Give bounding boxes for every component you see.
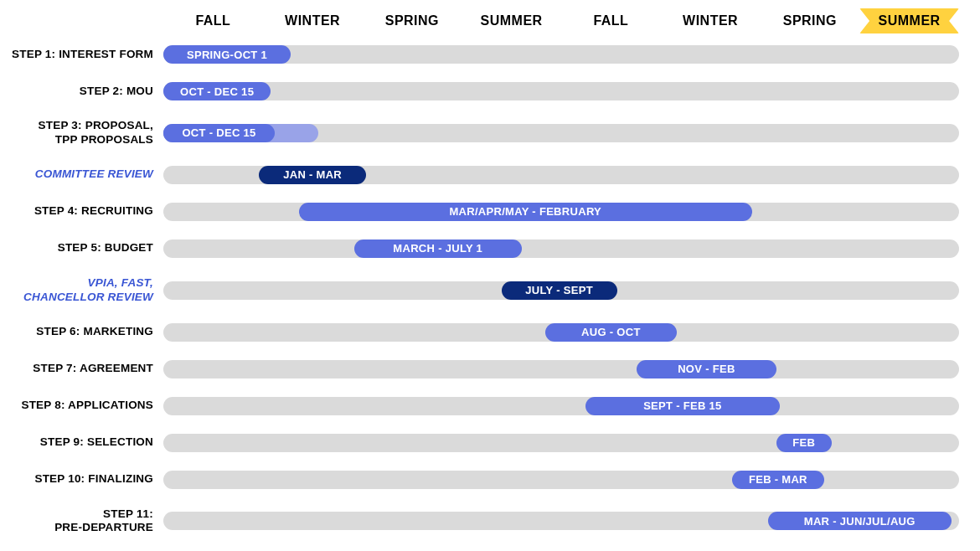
row-track: FEB [163,434,959,452]
timeline-bar: FEB [776,434,833,452]
row-label: STEP 8: APPLICATIONS [8,399,163,413]
timeline-bar: JAN - MAR [259,166,366,184]
row-track: AUG - OCT [163,323,959,342]
timeline-bar: MAR/APR/MAY - FEBRUARY [299,203,753,221]
timeline-row: STEP 3: PROPOSAL,TPP PROPOSALSOCT - DEC … [8,119,959,147]
row-track: MAR - JUN/JUL/AUG [163,512,959,530]
timeline-row: VPIA, FAST,CHANCELLOR REVIEWJULY - SEPT [8,276,959,305]
timeline-row: STEP 2: MOUOCT - DEC 15 [8,82,959,100]
row-label: STEP 4: RECRUITING [8,204,163,219]
timeline-bar: MAR - JUN/JUL/AUG [768,512,952,530]
row-label: STEP 7: AGREEMENT [8,362,163,376]
row-track: MAR/APR/MAY - FEBRUARY [163,203,959,221]
timeline-bar: SPRING-OCT 1 [163,45,291,64]
season-label: FALL [561,8,661,33]
row-label: STEP 11:PRE-DEPARTURE [8,507,163,536]
timeline-bar: NOV - FEB [637,360,776,378]
row-track: SPRING-OCT 1 [163,45,959,64]
season-label: SUMMER [462,8,561,33]
row-label: STEP 3: PROPOSAL,TPP PROPOSALS [8,119,163,147]
season-label: WINTER [263,8,363,33]
timeline-row: COMMITTEE REVIEWJAN - MAR [8,166,959,184]
timeline-row: STEP 11:PRE-DEPARTUREMAR - JUN/JUL/AUG [8,507,959,536]
row-track: FEB - MAR [163,471,959,489]
row-label: VPIA, FAST,CHANCELLOR REVIEW [8,276,163,305]
row-track: JULY - SEPT [163,281,959,300]
row-track: OCT - DEC 15 [163,82,959,100]
timeline-row: STEP 10: FINALIZINGFEB - MAR [8,471,959,489]
row-label: STEP 5: BUDGET [8,241,163,255]
timeline-bar: SEPT - FEB 15 [585,397,781,415]
timeline-row: STEP 4: RECRUITINGMAR/APR/MAY - FEBRUARY [8,203,959,221]
timeline-bar: MARCH - JULY 1 [354,239,522,258]
season-label: WINTER [661,8,761,33]
timeline-bar: AUG - OCT [545,323,677,342]
row-label: STEP 6: MARKETING [8,325,163,339]
season-label: SUMMER [859,8,959,33]
timeline-row: STEP 1: INTEREST FORMSPRING-OCT 1 [8,45,959,64]
row-track: NOV - FEB [163,360,959,378]
row-label: STEP 10: FINALIZING [8,472,163,487]
timeline-bar: OCT - DEC 15 [163,82,271,100]
row-label: STEP 9: SELECTION [8,435,163,450]
season-label: SPRING [761,8,860,33]
timeline-row: STEP 8: APPLICATIONSSEPT - FEB 15 [8,397,959,415]
season-label: FALL [163,8,263,33]
timeline-row: STEP 5: BUDGETMARCH - JULY 1 [8,239,959,258]
timeline-row: STEP 6: MARKETINGAUG - OCT [8,323,959,342]
timeline-row: STEP 7: AGREEMENTNOV - FEB [8,360,959,378]
row-track: OCT - DEC 15 [163,124,959,142]
season-label: SPRING [363,8,462,33]
row-track: JAN - MAR [163,166,959,184]
timeline-bar: OCT - DEC 15 [163,124,275,142]
season-header: FALLWINTERSPRINGSUMMERFALLWINTERSPRINGSU… [8,8,959,33]
timeline-row: STEP 9: SELECTIONFEB [8,434,959,452]
timeline-bar: JULY - SEPT [502,281,617,300]
season-axis: FALLWINTERSPRINGSUMMERFALLWINTERSPRINGSU… [163,8,959,33]
row-track: MARCH - JULY 1 [163,239,959,258]
timeline-bar: FEB - MAR [732,471,823,489]
row-label: STEP 1: INTEREST FORM [8,48,163,62]
row-label: STEP 2: MOU [8,85,163,99]
row-label: COMMITTEE REVIEW [8,167,163,182]
row-track: SEPT - FEB 15 [163,397,959,415]
